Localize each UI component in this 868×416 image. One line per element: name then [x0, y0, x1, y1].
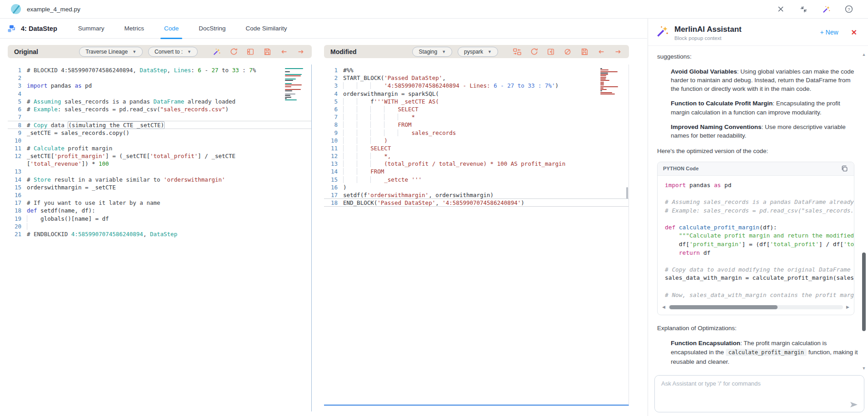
- close-assistant-icon[interactable]: ✕: [851, 28, 857, 37]
- hscroll-thumb[interactable]: [669, 305, 778, 309]
- minimap-line: [285, 94, 295, 94]
- original-toolbar: Original Traverse Lineage ▼ Convert to :…: [8, 45, 312, 58]
- code-line: [665, 282, 854, 291]
- scroll-right-icon[interactable]: ▶: [846, 305, 849, 309]
- code-line: 11 SELECT: [324, 144, 629, 152]
- code-block-card: PYTHON Code import pandas as pd # Assumi…: [657, 162, 854, 315]
- code-line: 21# ENDBLOCKID 4:5859907074586240894, Da…: [8, 230, 311, 238]
- arrow-right-icon[interactable]: [614, 47, 623, 56]
- tab-code-similarity[interactable]: Code Similarity: [246, 19, 287, 39]
- code-block-hscrollbar[interactable]: ◀ ▶: [662, 304, 849, 310]
- line-number: 8: [324, 121, 343, 129]
- minimap-line: [600, 88, 604, 89]
- line-number: 4: [8, 90, 27, 98]
- line-number: 9: [324, 129, 343, 137]
- refresh-icon[interactable]: [529, 47, 539, 56]
- original-minimap[interactable]: [285, 68, 307, 101]
- send-icon[interactable]: [849, 401, 858, 408]
- magic-wand-icon[interactable]: [212, 47, 221, 56]
- line-number: 13: [324, 160, 343, 168]
- help-icon[interactable]: ?: [844, 5, 853, 14]
- scroll-down-icon[interactable]: ▼: [862, 366, 866, 371]
- line-number: 7: [8, 113, 27, 121]
- code-block-body[interactable]: import pandas as pd # Assuming sales_rec…: [658, 176, 854, 303]
- line-number: [8, 160, 27, 168]
- arrow-left-icon[interactable]: [279, 47, 289, 56]
- modified-code-editor[interactable]: 1#%%2START_BLOCK('Passed DataStep',3 '4:…: [324, 64, 629, 406]
- assistant-scrollbar[interactable]: ▲ ▼: [862, 54, 866, 369]
- language-dropdown[interactable]: pyspark ▼: [458, 47, 498, 57]
- environment-dropdown[interactable]: Staging ▼: [412, 47, 452, 57]
- collapse-left-panel-icon[interactable]: [246, 47, 255, 56]
- minimap-line: [600, 77, 606, 78]
- close-icon[interactable]: [776, 5, 785, 14]
- window-titlebar: example_4_med.py ?: [0, 0, 868, 19]
- assistant-header: MerlinAI Assistant Block popup context +…: [648, 19, 868, 46]
- minimap-line: [600, 71, 618, 72]
- code-line: 13: [8, 168, 311, 175]
- copy-icon[interactable]: [841, 165, 848, 173]
- original-panel-title: Original: [14, 48, 38, 55]
- magic-wand-icon[interactable]: [822, 5, 831, 14]
- convert-to-dropdown[interactable]: Convert to : ▼: [148, 47, 198, 57]
- arrow-left-icon[interactable]: [597, 47, 606, 56]
- tab-docstring[interactable]: DocString: [199, 19, 225, 39]
- code-line: 3 '4:5859907074586240894 - Lines: 6 - 27…: [324, 82, 629, 89]
- language-label: pyspark: [464, 49, 483, 55]
- modified-minimap[interactable]: [600, 68, 622, 95]
- new-chat-button[interactable]: + New: [820, 29, 838, 36]
- optimized-intro: Here's the optimized version of the code…: [657, 147, 854, 156]
- line-number: 16: [8, 191, 27, 199]
- line-number: 5: [324, 98, 343, 105]
- tab-metrics[interactable]: Metrics: [125, 19, 145, 39]
- line-number: 14: [8, 176, 27, 183]
- code-line: 4orderswithmargin = sparkSQL(: [324, 90, 629, 98]
- arrow-right-icon[interactable]: [296, 47, 305, 56]
- modified-panel: Modified Staging ▼ pyspark ▼: [324, 39, 629, 406]
- minimap-line: [285, 88, 307, 89]
- suggestion-item: Avoid Global Variables: Using global var…: [671, 67, 856, 93]
- document-title: example_4_med.py: [27, 6, 80, 13]
- compress-icon[interactable]: [799, 5, 808, 14]
- minimap-line: [285, 83, 292, 84]
- original-code-editor[interactable]: 1# BLOCKID 4:5859907074586240894, DataSt…: [8, 64, 312, 411]
- code-line: # Example: sales_records = pd.read_csv("…: [665, 207, 854, 215]
- minimap-line: [285, 79, 296, 79]
- code-line: def calculate_profit_margin(df):: [665, 223, 854, 232]
- minimap-line: [285, 69, 307, 70]
- explanation-list: Function Encapsulation: The profit margi…: [657, 339, 854, 371]
- scroll-up-icon[interactable]: ▲: [862, 52, 866, 57]
- code-language-label: PYTHON Code: [663, 166, 699, 171]
- line-number: 13: [8, 168, 27, 175]
- line-number: 6: [8, 105, 27, 113]
- line-number: 15: [8, 183, 27, 191]
- code-line: # Copy data to avoid modifying the origi…: [665, 266, 854, 274]
- save-icon[interactable]: [263, 47, 272, 56]
- scrollbar-thumb[interactable]: [862, 253, 866, 331]
- tab-summary[interactable]: Summary: [78, 19, 105, 39]
- scroll-left-icon[interactable]: ◀: [662, 305, 665, 309]
- explanation-title: Explanation of Optimizations:: [657, 324, 854, 333]
- line-number: 5: [8, 98, 27, 105]
- traverse-lineage-dropdown[interactable]: Traverse Lineage ▼: [79, 47, 143, 57]
- hide-icon[interactable]: [563, 47, 572, 56]
- minimap-line: [600, 80, 609, 81]
- assistant-message-area[interactable]: suggestions: Avoid Global Variables: Usi…: [648, 47, 861, 371]
- compare-icon[interactable]: [513, 47, 522, 56]
- line-number: 3: [324, 82, 343, 89]
- minimap-line: [285, 95, 290, 96]
- assistant-subtitle: Block popup context: [674, 35, 742, 41]
- hscroll-track[interactable]: [668, 305, 843, 309]
- code-line: 1#%%: [324, 66, 629, 74]
- code-line: import pandas as pd: [665, 181, 854, 190]
- chevron-down-icon: ▼: [488, 50, 492, 54]
- minimap-line: [600, 86, 618, 87]
- open-right-panel-icon[interactable]: [546, 47, 555, 56]
- minimap-line: [285, 98, 287, 99]
- minimap-line: [600, 68, 602, 69]
- assistant-input[interactable]: [655, 376, 864, 412]
- tab-code[interactable]: Code: [164, 19, 179, 39]
- refresh-icon[interactable]: [229, 47, 238, 56]
- editor-scrollbar-thumb[interactable]: [626, 187, 628, 199]
- save-icon[interactable]: [580, 47, 589, 56]
